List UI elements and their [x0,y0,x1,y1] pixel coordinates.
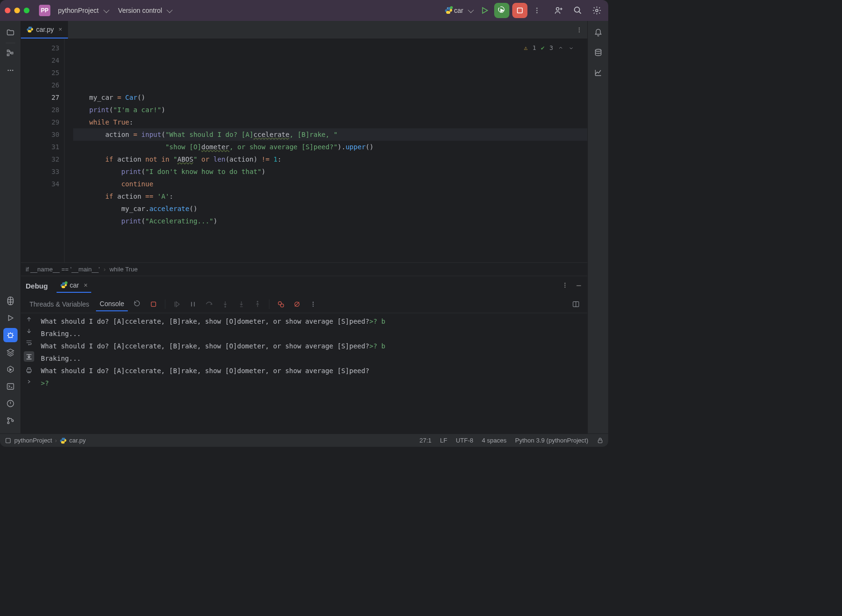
next-problem-icon[interactable] [568,45,574,51]
step-out-icon[interactable] [251,298,264,311]
soft-wrap-icon[interactable] [25,339,33,346]
debug-session-tab[interactable]: car × [57,279,92,293]
structure-tool-button[interactable] [3,46,18,60]
console-tab[interactable]: Console [96,297,128,311]
svg-point-29 [225,306,226,307]
breakpoints-icon[interactable] [274,298,287,311]
services-tool-button[interactable] [3,362,18,376]
threads-tab[interactable]: Threads & Variables [26,298,93,311]
svg-rect-40 [6,438,10,443]
layout-settings-icon[interactable] [569,298,583,311]
breadcrumb-scope-b[interactable]: while True [109,266,137,273]
editor-tabs-more-icon[interactable] [576,27,583,33]
svg-point-23 [579,29,580,30]
status-module-icon[interactable] [5,437,11,444]
print-icon[interactable] [25,366,33,374]
breadcrumb-scope-a[interactable]: if __name__ == '__main__' [26,266,100,273]
svg-point-35 [313,303,314,304]
status-encoding[interactable]: UTF-8 [456,437,473,444]
python-packages-button[interactable] [3,294,18,308]
debug-tool-button[interactable] [3,328,18,342]
debug-panel-more-icon[interactable] [562,282,568,289]
svg-point-12 [8,70,9,71]
svg-point-20 [11,420,13,422]
layers-tool-button[interactable] [3,345,18,359]
svg-point-39 [595,49,601,52]
notifications-icon[interactable] [591,26,605,40]
status-bar: pythonProject › car.py 27:1 LF UTF-8 4 s… [0,433,608,447]
rerun-icon[interactable] [131,298,144,311]
status-interpreter[interactable]: Python 3.9 (pythonProject) [515,437,588,444]
scroll-to-end-icon[interactable] [24,351,34,362]
status-eol[interactable]: LF [440,437,447,444]
inspections-indicator[interactable]: ⚠1 ✔3 [524,42,574,54]
svg-point-1 [449,12,450,13]
minimize-panel-icon[interactable] [575,282,583,289]
status-caret-pos[interactable]: 27:1 [420,437,431,444]
svg-point-4 [536,10,538,11]
pause-icon[interactable] [186,298,200,311]
search-icon[interactable] [571,4,584,17]
svg-point-27 [565,287,565,288]
debug-button[interactable] [494,3,509,18]
minimize-window-icon[interactable] [14,8,20,13]
debug-panel-title: Debug [26,282,48,290]
problems-tool-button[interactable] [3,396,18,411]
step-into-icon[interactable] [219,298,232,311]
resume-icon[interactable] [170,298,183,311]
svg-point-18 [7,418,9,420]
close-tab-icon[interactable]: × [58,26,62,33]
mute-breakpoints-icon[interactable] [290,298,304,311]
close-window-icon[interactable] [5,8,10,13]
database-tool-button[interactable] [591,46,605,60]
project-tool-button[interactable] [3,26,18,40]
more-tools-icon[interactable] [3,63,18,77]
titlebar: PP pythonProject Version control car [0,0,608,21]
editor[interactable]: 232425262728293031323334 ⚠1 ✔3 my_car = … [21,39,587,262]
run-config-name: car [454,7,463,14]
scroll-up-icon[interactable] [26,316,32,323]
sciview-tool-button[interactable] [591,66,605,80]
svg-point-8 [596,10,598,12]
fullscreen-window-icon[interactable] [24,8,29,13]
step-into-my-icon[interactable] [235,298,248,311]
svg-rect-10 [7,54,9,56]
settings-icon[interactable] [590,4,603,17]
code-area[interactable]: ⚠1 ✔3 my_car = Car() print("I'm a car!")… [65,39,587,262]
svg-point-30 [257,301,258,302]
svg-point-13 [10,70,11,71]
run-config-dropdown[interactable]: car [442,5,475,16]
git-tool-button[interactable] [3,414,18,428]
run-tool-button[interactable] [3,311,18,325]
close-session-icon[interactable]: × [84,281,87,289]
code-with-me-icon[interactable] [552,4,565,17]
debug-more-icon[interactable] [306,298,320,311]
console-output[interactable]: What should I do? [A]ccelerate, [B]rake,… [37,313,587,433]
svg-point-24 [579,31,580,32]
collapse-icon[interactable] [26,379,32,385]
svg-point-3 [536,8,538,9]
vcs-dropdown[interactable]: Version control [115,5,174,16]
scroll-down-icon[interactable] [26,327,32,334]
stop-button[interactable] [512,3,527,18]
step-over-icon[interactable] [202,298,216,311]
svg-rect-41 [598,440,602,443]
status-project[interactable]: pythonProject [14,437,52,444]
more-run-actions-icon[interactable] [530,4,544,17]
left-tool-strip [0,21,21,433]
terminal-tool-button[interactable] [3,379,18,394]
run-button[interactable] [478,4,491,17]
chevron-right-icon: › [104,266,105,273]
svg-point-26 [565,285,565,286]
status-indent[interactable]: 4 spaces [482,437,507,444]
project-dropdown[interactable]: pythonProject [55,5,111,16]
chevron-right-icon: › [55,437,57,444]
svg-point-15 [8,333,12,337]
python-file-icon [60,437,67,444]
debug-panel: Debug car × Threads & Variables Console [21,276,587,433]
stop-debug-icon[interactable] [147,298,160,311]
status-file[interactable]: car.py [69,437,86,444]
editor-tab-car[interactable]: car.py × [21,21,68,38]
prev-problem-icon[interactable] [558,45,564,51]
lock-icon[interactable] [597,437,603,444]
